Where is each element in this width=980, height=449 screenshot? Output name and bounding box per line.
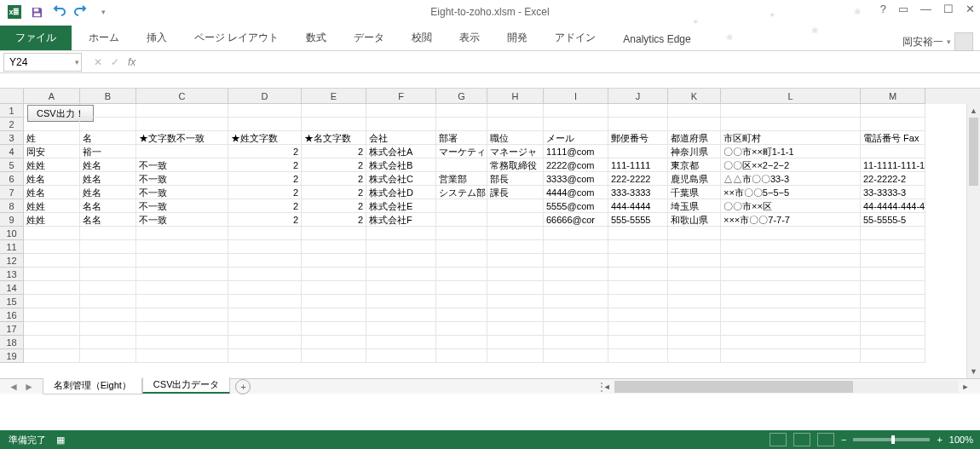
cell[interactable] [487,118,544,131]
cell[interactable] [721,104,861,118]
cell[interactable]: 〇〇市××町1-1-1 [721,145,861,158]
cell[interactable]: 名名 [80,199,136,213]
close-icon[interactable]: ✕ [966,3,975,15]
cell[interactable]: 岡安 [24,145,80,158]
cell[interactable] [228,349,302,363]
column-header[interactable]: I [544,89,608,104]
cell[interactable] [24,268,80,281]
cell[interactable] [721,281,861,295]
cell[interactable] [668,104,721,118]
cell[interactable] [136,254,228,268]
cell[interactable]: 55-5555-5 [861,213,925,227]
cell[interactable]: CSV出力！ [24,104,80,118]
cell[interactable] [544,268,608,281]
cell[interactable] [544,322,608,336]
cell[interactable] [487,349,544,363]
cell[interactable]: 44-4444-444-4 [861,199,925,213]
cell[interactable] [608,322,668,336]
excel-app-icon[interactable]: x≣ [5,3,24,21]
cell[interactable]: 2 [228,213,302,227]
row-header[interactable]: 10 [0,227,24,240]
cell[interactable] [302,322,366,336]
cell[interactable] [608,308,668,322]
formula-input[interactable] [147,53,980,72]
cell[interactable]: 姓姓 [24,158,80,172]
cell[interactable] [136,240,228,254]
column-header[interactable]: M [861,89,925,104]
cell[interactable] [487,104,544,118]
cell[interactable]: 〇〇市××区 [721,199,861,213]
cell[interactable]: 都道府県 [668,131,721,145]
cell[interactable]: 名名 [80,213,136,227]
help-icon[interactable]: ? [880,3,886,15]
cell[interactable] [487,254,544,268]
view-normal-icon[interactable] [770,433,787,446]
cell[interactable] [721,295,861,308]
cell[interactable] [436,240,487,254]
cell[interactable] [80,349,136,363]
row-header[interactable]: 16 [0,308,24,322]
scroll-left-icon[interactable]: ◄ [601,381,613,393]
cell[interactable] [136,281,228,295]
add-sheet-button[interactable]: + [235,379,251,394]
cell[interactable] [228,322,302,336]
cell[interactable] [861,268,925,281]
cell[interactable] [24,336,80,349]
cell[interactable]: 株式会社C [366,172,436,186]
cell[interactable] [487,295,544,308]
cell[interactable] [136,145,228,158]
ribbon-display-icon[interactable]: ▭ [898,3,908,15]
row-header[interactable]: 7 [0,186,24,199]
cell[interactable] [366,336,436,349]
undo-icon[interactable] [49,3,68,21]
column-header[interactable]: F [366,89,436,104]
cell[interactable] [544,227,608,240]
cell[interactable] [366,118,436,131]
cell[interactable] [668,118,721,131]
cell[interactable] [302,227,366,240]
cell[interactable]: 裕一 [80,145,136,158]
cell[interactable]: 鹿児島県 [668,172,721,186]
ribbon-tab-8[interactable]: 開発 [493,26,541,50]
sheet-prev-icon[interactable]: ◄ [9,381,19,393]
cell[interactable] [544,349,608,363]
cancel-formula-icon[interactable]: ✕ [94,56,102,68]
cell[interactable] [668,227,721,240]
cell[interactable] [228,104,302,118]
cell[interactable] [24,308,80,322]
cell[interactable]: 66666@cor [544,213,608,227]
cell[interactable] [861,336,925,349]
zoom-in-icon[interactable]: + [937,435,942,445]
maximize-icon[interactable]: ☐ [943,3,954,15]
zoom-level[interactable]: 100% [949,435,973,445]
cell[interactable] [366,240,436,254]
cell[interactable]: 姓名 [24,172,80,186]
cell[interactable] [608,268,668,281]
ribbon-tab-4[interactable]: 数式 [292,26,340,50]
ribbon-tab-9[interactable]: アドイン [541,26,609,50]
cell[interactable]: 千葉県 [668,186,721,199]
cell[interactable] [80,227,136,240]
cell[interactable]: 2 [228,158,302,172]
cell[interactable] [608,240,668,254]
cell[interactable]: 営業部 [436,172,487,186]
cell[interactable]: ★姓文字数 [228,131,302,145]
cell[interactable] [861,322,925,336]
cell[interactable]: 33-3333-3 [861,186,925,199]
cell[interactable] [721,118,861,131]
cell[interactable]: 和歌山県 [668,213,721,227]
cell[interactable] [80,118,136,131]
cell[interactable] [861,145,925,158]
column-header[interactable]: C [136,89,228,104]
cell[interactable] [80,336,136,349]
cell[interactable] [608,281,668,295]
cell[interactable] [861,254,925,268]
cell[interactable]: 部長 [487,172,544,186]
zoom-slider[interactable] [853,438,930,441]
cell[interactable] [668,281,721,295]
cell[interactable] [436,336,487,349]
ribbon-tab-0[interactable]: ファイル [0,26,72,50]
cell[interactable] [721,322,861,336]
column-header[interactable]: J [608,89,668,104]
cell[interactable] [608,145,668,158]
